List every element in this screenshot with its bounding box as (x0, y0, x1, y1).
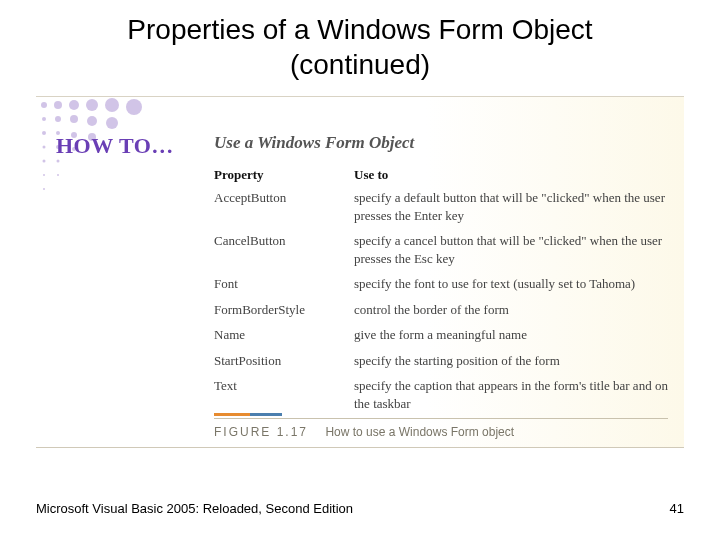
divider-orange (214, 413, 250, 416)
figure-label: FIGURE 1.17 (214, 425, 308, 439)
cell-property: Text (214, 377, 354, 412)
svg-point-1 (54, 101, 62, 109)
figure-text: How to use a Windows Form object (325, 425, 514, 439)
title-line1: Properties of a Windows Form Object (127, 14, 592, 45)
table-row: Name give the form a meaningful name (214, 326, 668, 344)
svg-point-21 (57, 174, 59, 176)
svg-point-6 (42, 117, 46, 121)
table-row: AcceptButton specify a default button th… (214, 189, 668, 224)
cell-property: StartPosition (214, 352, 354, 370)
svg-point-19 (57, 160, 60, 163)
divider-line (214, 418, 668, 419)
properties-table: Property Use to AcceptButton specify a d… (214, 167, 668, 420)
howto-panel: HOW TO… Use a Windows Form Object Proper… (36, 96, 684, 448)
cell-use: specify the font to use for text (usuall… (354, 275, 668, 293)
cell-property: CancelButton (214, 232, 354, 267)
cell-property: Name (214, 326, 354, 344)
howto-label: HOW TO… (56, 133, 174, 159)
svg-point-3 (86, 99, 98, 111)
svg-point-5 (126, 99, 142, 115)
howto-subtitle: Use a Windows Form Object (214, 133, 414, 153)
cell-property: AcceptButton (214, 189, 354, 224)
cell-use: give the form a meaningful name (354, 326, 668, 344)
svg-point-2 (69, 100, 79, 110)
cell-use: specify the starting position of the for… (354, 352, 668, 370)
figure-caption: FIGURE 1.17 How to use a Windows Form ob… (214, 425, 514, 439)
svg-point-18 (43, 160, 46, 163)
svg-point-7 (55, 116, 61, 122)
svg-point-15 (43, 146, 46, 149)
svg-point-10 (106, 117, 118, 129)
table-row: FormBorderStyle control the border of th… (214, 301, 668, 319)
page-number: 41 (670, 501, 684, 516)
title-line2: (continued) (290, 49, 430, 80)
slide-title: Properties of a Windows Form Object (con… (0, 12, 720, 82)
svg-point-11 (42, 131, 46, 135)
divider-blue (250, 413, 282, 416)
svg-point-0 (41, 102, 47, 108)
svg-point-20 (43, 174, 45, 176)
svg-point-22 (43, 188, 45, 190)
cell-property: Font (214, 275, 354, 293)
table-row: Font specify the font to use for text (u… (214, 275, 668, 293)
cell-use: specify a default button that will be "c… (354, 189, 668, 224)
cell-property: FormBorderStyle (214, 301, 354, 319)
svg-point-4 (105, 98, 119, 112)
table-row: Text specify the caption that appears in… (214, 377, 668, 412)
svg-point-8 (70, 115, 78, 123)
table-row: CancelButton specify a cancel button tha… (214, 232, 668, 267)
head-property: Property (214, 167, 354, 183)
cell-use: control the border of the form (354, 301, 668, 319)
svg-point-9 (87, 116, 97, 126)
table-header: Property Use to (214, 167, 668, 183)
footer-book-title: Microsoft Visual Basic 2005: Reloaded, S… (36, 501, 353, 516)
head-use: Use to (354, 167, 668, 183)
cell-use: specify the caption that appears in the … (354, 377, 668, 412)
cell-use: specify a cancel button that will be "cl… (354, 232, 668, 267)
table-row: StartPosition specify the starting posit… (214, 352, 668, 370)
